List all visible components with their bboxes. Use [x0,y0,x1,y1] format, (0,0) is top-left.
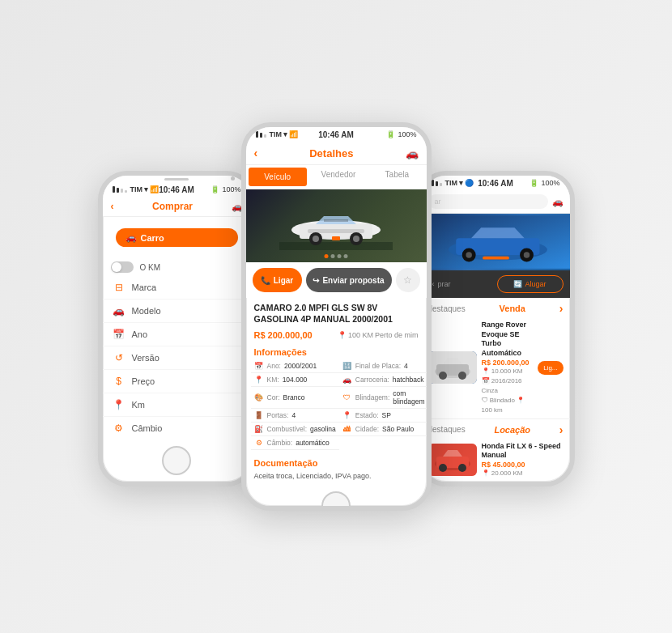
estado-icon: 📍 [342,411,352,419]
right-action-buttons: ‹ prar 🔄 Alugar [422,270,570,298]
header-title-center: Detalhes [257,147,405,159]
right-buy-label: prar [438,280,451,288]
filter-ano[interactable]: 📅 Ano [103,323,251,346]
dot-2[interactable] [331,254,335,258]
filter-versao[interactable]: ↺ Versão [103,346,251,370]
locacao-car-image [428,444,477,476]
phone-icon: 📞 [261,276,270,285]
info-grid: 📅 Ano: 2000/2001 🔢 Final de Placa: 4 📍 K… [246,359,427,450]
filter-marca[interactable]: ⊟ Marca [103,276,251,300]
scene: TIM ▾ 📶 10:46 AM 🔋 100% ‹ Comprar 🚗 🚗 Ca… [0,0,672,633]
svg-point-16 [523,252,530,258]
svg-point-5 [313,236,319,242]
venda-car-image [428,351,477,384]
info-km: 📍 KM: 104.000 [251,373,339,387]
car-title: CAMARO 2.0 MPFI GLS SW 8V GASOLINA 4P MA… [254,303,419,325]
search-input[interactable]: ar [428,194,548,209]
svg-rect-17 [483,257,509,260]
battery-center: 🔋 100% [386,130,416,138]
time-right: 10:46 AM [478,179,513,188]
svg-point-7 [353,236,359,242]
svg-point-27 [458,464,466,472]
portas-info-icon: 🚪 [254,411,264,419]
venda-car-card[interactable]: Range Rover Evoque SE Turbo Automático R… [422,317,570,419]
home-button-left[interactable] [162,446,191,475]
locacao-car-info: Honda Fit LX 6 - Speed Manual R$ 45.000,… [482,442,564,478]
info-carroceria: 🚗 Carroceria: hatchback [339,373,428,387]
comb-info-icon: ⛽ [254,425,264,433]
venda-arrow[interactable]: › [559,302,564,315]
favorite-button[interactable]: ☆ [396,268,420,292]
svg-rect-0 [279,242,393,250]
locacao-car-card[interactable]: Honda Fit LX 6 - Speed Manual R$ 45.000,… [422,439,570,482]
status-bar-center: TIM ▾ 📶 10:46 AM 🔋 100% [246,127,427,142]
status-bar-left: TIM ▾ 📶 10:46 AM 🔋 100% [103,182,251,197]
locacao-car-svg [428,444,477,476]
time-center: 10:46 AM [318,130,354,139]
car-icon-center: 🚗 [406,147,419,159]
car-image [246,189,427,262]
tab-tabela[interactable]: Tabela [368,165,426,189]
locacao-arrow[interactable]: › [559,423,564,436]
info-placa: 🔢 Final de Placa: 4 [339,359,428,373]
locacao-section-header: destaques Locação › [422,419,570,439]
filter-button[interactable]: 🚗 Carro [116,228,238,247]
carroceria-info-icon: 🚗 [342,376,352,384]
location-icon: 📍 [338,331,347,339]
center-header: ‹ Detalhes 🚗 [246,142,427,165]
tab-veiculo[interactable]: Veículo [249,168,307,186]
propose-button[interactable]: ↪ Enviar proposta [306,268,392,292]
svg-point-21 [439,372,447,380]
carrier-center: TIM ▾ 📶 [256,130,299,138]
venda-car-info: Range Rover Evoque SE Turbo Automático R… [482,321,534,415]
km-info-icon: 📍 [254,376,264,384]
car-location: 📍 100 KM Perto de mim [338,331,419,339]
cidade-icon: 🏙 [342,425,352,433]
dot-4[interactable] [344,254,348,258]
phone-left: TIM ▾ 📶 10:46 AM 🔋 100% ‹ Comprar 🚗 🚗 Ca… [98,171,256,486]
left-header: ‹ Comprar 🚗 [103,197,251,217]
rent-button[interactable]: 🔄 Alugar [497,275,564,293]
info-title: Informações [246,344,427,359]
action-buttons: 📞 Ligar ↪ Enviar proposta ☆ [246,262,427,298]
car-icon-right: 🚗 [552,197,564,207]
modelo-icon: 🚗 [113,305,125,316]
filter-btn-area: 🚗 Carro [103,217,251,258]
doc-title: Documentação [246,455,427,470]
propose-icon: ↪ [313,276,319,285]
svg-rect-8 [324,219,348,222]
price-row: R$ 200.000,00 📍 100 KM Perto de mim [246,328,427,344]
dot-3[interactable] [338,254,342,258]
filter-preco[interactable]: $ Preço [103,370,251,393]
cambio-icon: ⚙ [113,423,125,434]
time-left: 10:46 AM [159,185,194,194]
right-back-icon: ‹ [432,280,435,288]
call-button[interactable]: 📞 Ligar [253,268,302,292]
carrier-left: TIM ▾ 📶 [113,185,159,193]
filter-km[interactable]: 📍 Km [103,393,251,417]
svg-rect-9 [332,236,340,240]
info-combustivel: ⛽ Combustível: gasolina [251,423,339,436]
preco-icon: $ [113,376,125,387]
svg-point-14 [466,252,472,258]
filter-cambio[interactable]: ⚙ Câmbio [103,417,251,440]
ano-icon: 📅 [113,329,125,340]
tab-vendedor[interactable]: Vendedor [309,165,368,189]
image-dots [325,254,348,258]
venda-car-svg [428,351,477,384]
venda-lig-button[interactable]: Lig... [538,361,563,375]
cambio-info-icon: ⚙ [254,439,264,447]
info-cidade: 🏙 Cidade: São Paulo [339,423,428,436]
venda-section-header: destaques Venda › [422,298,570,317]
ano-info-icon: 📅 [254,362,264,370]
home-button-center[interactable] [321,491,351,511]
filter-modelo[interactable]: 🚗 Modelo [103,300,251,323]
filter-list: ⊟ Marca 🚗 Modelo 📅 Ano ↺ Versão $ Preço … [103,276,251,440]
info-cambio: ⚙ Câmbio: automático [251,436,339,450]
tabs: Veículo Vendedor Tabela [246,165,427,189]
dot-1[interactable] [325,254,329,258]
blindagem-icon: 🛡 [342,393,352,401]
km-icon: 📍 [113,399,125,410]
cor-info-icon: 🎨 [254,393,264,401]
okm-toggle[interactable] [111,261,134,273]
